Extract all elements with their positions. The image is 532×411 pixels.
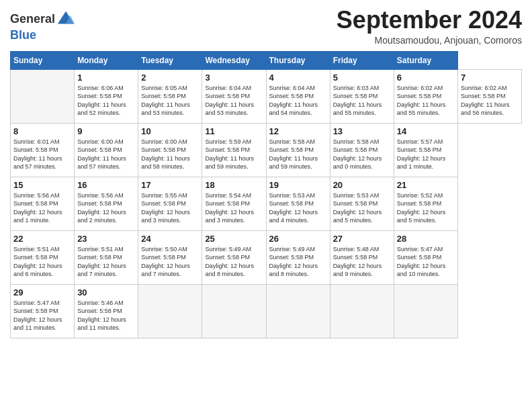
- day-cell: 24Sunrise: 5:50 AMSunset: 5:58 PMDayligh…: [138, 230, 202, 284]
- week-row-5: 29Sunrise: 5:47 AMSunset: 5:58 PMDayligh…: [11, 284, 522, 338]
- day-cell: 3Sunrise: 6:04 AMSunset: 5:58 PMDaylight…: [202, 69, 266, 123]
- day-info: Sunrise: 6:06 AMSunset: 5:58 PMDaylight:…: [77, 84, 135, 118]
- day-number: 20: [333, 180, 391, 190]
- day-info: Sunrise: 5:48 AMSunset: 5:58 PMDaylight:…: [333, 245, 391, 279]
- day-info: Sunrise: 5:58 AMSunset: 5:58 PMDaylight:…: [269, 138, 327, 171]
- day-number: 19: [269, 180, 327, 190]
- day-number: 27: [333, 234, 391, 244]
- day-info: Sunrise: 6:04 AMSunset: 5:58 PMDaylight:…: [205, 84, 263, 118]
- day-number: 26: [269, 234, 327, 244]
- day-number: 10: [141, 126, 199, 136]
- day-cell: [11, 69, 75, 123]
- day-cell: 4Sunrise: 6:04 AMSunset: 5:58 PMDaylight…: [266, 69, 330, 123]
- day-info: Sunrise: 5:57 AMSunset: 5:58 PMDaylight:…: [397, 138, 455, 171]
- day-info: Sunrise: 5:47 AMSunset: 5:58 PMDaylight:…: [13, 299, 71, 332]
- day-number: 14: [397, 126, 455, 136]
- calendar-table: SundayMondayTuesdayWednesdayThursdayFrid…: [10, 51, 522, 338]
- day-number: 24: [141, 234, 199, 244]
- day-info: Sunrise: 5:49 AMSunset: 5:58 PMDaylight:…: [269, 245, 327, 279]
- header-row: SundayMondayTuesdayWednesdayThursdayFrid…: [11, 51, 522, 69]
- day-cell: 29Sunrise: 5:47 AMSunset: 5:58 PMDayligh…: [11, 284, 75, 338]
- day-number: 2: [141, 73, 199, 83]
- day-cell: 30Sunrise: 5:46 AMSunset: 5:58 PMDayligh…: [75, 284, 138, 338]
- day-cell: 13Sunrise: 5:58 AMSunset: 5:58 PMDayligh…: [330, 123, 394, 177]
- day-cell: 26Sunrise: 5:49 AMSunset: 5:58 PMDayligh…: [266, 230, 330, 284]
- day-info: Sunrise: 6:01 AMSunset: 5:58 PMDaylight:…: [13, 138, 71, 171]
- day-info: Sunrise: 5:52 AMSunset: 5:58 PMDaylight:…: [397, 191, 455, 225]
- col-header-friday: Friday: [330, 51, 394, 69]
- day-cell: 16Sunrise: 5:56 AMSunset: 5:58 PMDayligh…: [75, 177, 138, 230]
- day-number: 9: [77, 126, 135, 136]
- logo: General Blue: [10, 7, 75, 42]
- day-number: 12: [269, 126, 327, 136]
- day-number: 11: [205, 126, 263, 136]
- col-header-sunday: Sunday: [11, 51, 75, 69]
- day-cell: 21Sunrise: 5:52 AMSunset: 5:58 PMDayligh…: [394, 177, 457, 230]
- col-header-tuesday: Tuesday: [138, 51, 202, 69]
- day-cell: 15Sunrise: 5:56 AMSunset: 5:58 PMDayligh…: [11, 177, 75, 230]
- day-cell: 6Sunrise: 6:02 AMSunset: 5:58 PMDaylight…: [394, 69, 457, 123]
- week-row-1: 1Sunrise: 6:06 AMSunset: 5:58 PMDaylight…: [11, 69, 522, 123]
- col-header-saturday: Saturday: [394, 51, 457, 69]
- week-row-2: 8Sunrise: 6:01 AMSunset: 5:58 PMDaylight…: [11, 123, 522, 177]
- week-row-4: 22Sunrise: 5:51 AMSunset: 5:58 PMDayligh…: [11, 230, 522, 284]
- day-number: 30: [77, 287, 135, 298]
- day-number: 23: [77, 234, 135, 244]
- location-title: Moutsamoudou, Anjouan, Comoros: [337, 35, 522, 46]
- day-cell: 8Sunrise: 6:01 AMSunset: 5:58 PMDaylight…: [11, 123, 75, 177]
- day-info: Sunrise: 6:02 AMSunset: 5:58 PMDaylight:…: [397, 84, 455, 118]
- day-cell: 17Sunrise: 5:55 AMSunset: 5:58 PMDayligh…: [138, 177, 202, 230]
- day-info: Sunrise: 5:53 AMSunset: 5:58 PMDaylight:…: [269, 191, 327, 225]
- day-info: Sunrise: 5:55 AMSunset: 5:58 PMDaylight:…: [141, 191, 199, 225]
- day-info: Sunrise: 6:03 AMSunset: 5:58 PMDaylight:…: [333, 84, 391, 118]
- col-header-thursday: Thursday: [266, 51, 330, 69]
- day-number: 21: [397, 180, 455, 190]
- day-info: Sunrise: 5:56 AMSunset: 5:58 PMDaylight:…: [77, 191, 135, 225]
- day-info: Sunrise: 5:51 AMSunset: 5:58 PMDaylight:…: [77, 245, 135, 279]
- week-row-3: 15Sunrise: 5:56 AMSunset: 5:58 PMDayligh…: [11, 177, 522, 230]
- day-number: 7: [461, 73, 519, 83]
- day-number: 5: [333, 73, 391, 83]
- col-header-wednesday: Wednesday: [202, 51, 266, 69]
- day-info: Sunrise: 5:53 AMSunset: 5:58 PMDaylight:…: [333, 191, 391, 225]
- day-number: 18: [205, 180, 263, 190]
- month-title: September 2024: [337, 7, 522, 34]
- day-number: 17: [141, 180, 199, 190]
- day-cell: 10Sunrise: 6:00 AMSunset: 5:58 PMDayligh…: [138, 123, 202, 177]
- day-cell: 28Sunrise: 5:47 AMSunset: 5:58 PMDayligh…: [394, 230, 457, 284]
- day-info: Sunrise: 5:51 AMSunset: 5:58 PMDaylight:…: [13, 245, 71, 279]
- day-info: Sunrise: 5:58 AMSunset: 5:58 PMDaylight:…: [333, 138, 391, 171]
- day-info: Sunrise: 5:46 AMSunset: 5:58 PMDaylight:…: [77, 299, 135, 332]
- day-info: Sunrise: 6:00 AMSunset: 5:58 PMDaylight:…: [77, 138, 135, 171]
- day-number: 4: [269, 73, 327, 83]
- day-number: 8: [13, 126, 71, 136]
- day-cell: 23Sunrise: 5:51 AMSunset: 5:58 PMDayligh…: [75, 230, 138, 284]
- day-info: Sunrise: 6:00 AMSunset: 5:58 PMDaylight:…: [141, 138, 199, 171]
- title-area: September 2024 Moutsamoudou, Anjouan, Co…: [337, 7, 522, 46]
- day-cell: 11Sunrise: 5:59 AMSunset: 5:58 PMDayligh…: [202, 123, 266, 177]
- day-number: 1: [77, 73, 135, 83]
- day-number: 6: [397, 73, 455, 83]
- day-number: 29: [13, 287, 71, 298]
- day-info: Sunrise: 5:47 AMSunset: 5:58 PMDaylight:…: [397, 245, 455, 279]
- day-info: Sunrise: 6:04 AMSunset: 5:58 PMDaylight:…: [269, 84, 327, 118]
- day-cell: 14Sunrise: 5:57 AMSunset: 5:58 PMDayligh…: [394, 123, 457, 177]
- day-cell: 25Sunrise: 5:49 AMSunset: 5:58 PMDayligh…: [202, 230, 266, 284]
- day-cell: 27Sunrise: 5:48 AMSunset: 5:58 PMDayligh…: [330, 230, 394, 284]
- day-number: 3: [205, 73, 263, 83]
- day-number: 16: [77, 180, 135, 190]
- day-info: Sunrise: 5:49 AMSunset: 5:58 PMDaylight:…: [205, 245, 263, 279]
- day-cell: 12Sunrise: 5:58 AMSunset: 5:58 PMDayligh…: [266, 123, 330, 177]
- day-cell: [266, 284, 330, 338]
- day-cell: 18Sunrise: 5:54 AMSunset: 5:58 PMDayligh…: [202, 177, 266, 230]
- day-number: 25: [205, 234, 263, 244]
- day-cell: 5Sunrise: 6:03 AMSunset: 5:58 PMDaylight…: [330, 69, 394, 123]
- logo-icon: [56, 10, 75, 29]
- day-cell: 20Sunrise: 5:53 AMSunset: 5:58 PMDayligh…: [330, 177, 394, 230]
- day-cell: [138, 284, 202, 338]
- col-header-monday: Monday: [75, 51, 138, 69]
- page-header: General Blue September 2024 Moutsamoudou…: [10, 7, 522, 46]
- day-cell: 2Sunrise: 6:05 AMSunset: 5:58 PMDaylight…: [138, 69, 202, 123]
- day-cell: 19Sunrise: 5:53 AMSunset: 5:58 PMDayligh…: [266, 177, 330, 230]
- logo-blue: Blue: [10, 28, 36, 42]
